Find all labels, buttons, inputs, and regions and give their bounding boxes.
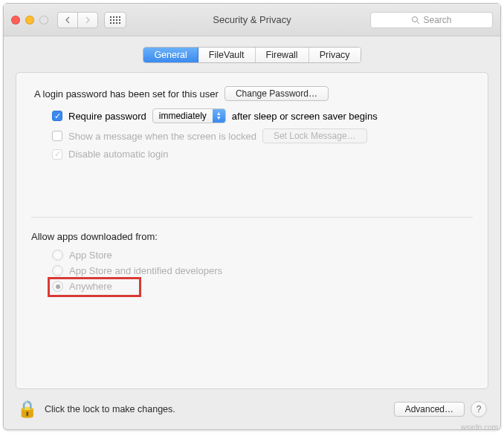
help-button[interactable]: ?	[471, 401, 487, 417]
zoom-window-button[interactable]	[39, 16, 48, 25]
tab-firewall[interactable]: Firewall	[256, 48, 309, 62]
lock-icon[interactable]: 🔒	[17, 400, 37, 419]
window-controls	[11, 16, 48, 25]
radio-app-store[interactable]	[52, 250, 63, 261]
login-password-section: A login password has been set for this u…	[31, 86, 473, 218]
require-password-label: Require password	[68, 111, 146, 122]
disable-auto-login-checkbox[interactable]: ✓	[52, 149, 62, 160]
watermark: wsxdn.com	[461, 423, 498, 432]
svg-point-0	[413, 16, 418, 22]
preferences-window: Security & Privacy Search General FileVa…	[3, 3, 501, 430]
allow-apps-radio-group: App Store App Store and identified devel…	[52, 250, 473, 292]
login-password-heading: A login password has been set for this u…	[34, 88, 219, 100]
tab-bar: General FileVault Firewall Privacy	[4, 36, 500, 72]
minimize-window-button[interactable]	[25, 16, 34, 25]
change-password-button[interactable]: Change Password…	[224, 86, 329, 101]
svg-line-1	[417, 22, 419, 24]
search-input[interactable]: Search	[370, 12, 493, 28]
set-lock-message-button[interactable]: Set Lock Message…	[262, 128, 367, 143]
after-sleep-label: after sleep or screen saver begins	[232, 111, 378, 122]
show-message-checkbox[interactable]	[52, 131, 62, 141]
grid-icon	[110, 16, 120, 24]
require-password-delay-select[interactable]: immediately ▲▼	[152, 108, 226, 123]
tab-filevault[interactable]: FileVault	[198, 48, 256, 62]
advanced-button[interactable]: Advanced…	[394, 402, 465, 417]
tab-general[interactable]: General	[143, 48, 198, 62]
show-all-button[interactable]	[104, 12, 126, 28]
show-message-label: Show a message when the screen is locked	[68, 131, 256, 142]
require-password-checkbox[interactable]: ✓	[52, 111, 62, 121]
search-icon	[411, 16, 420, 25]
close-window-button[interactable]	[11, 16, 20, 25]
titlebar: Security & Privacy Search	[4, 4, 500, 36]
radio-app-store-label: App Store	[69, 250, 112, 261]
lock-text: Click the lock to make changes.	[45, 404, 175, 414]
tabs: General FileVault Firewall Privacy	[143, 47, 361, 63]
require-password-delay-value: immediately	[153, 111, 213, 121]
forward-button[interactable]	[77, 12, 98, 28]
footer: 🔒 Click the lock to make changes. Advanc…	[4, 389, 500, 429]
search-placeholder: Search	[423, 15, 451, 25]
tab-privacy[interactable]: Privacy	[309, 48, 361, 62]
stepper-arrows-icon: ▲▼	[213, 109, 225, 123]
radio-identified-developers-label: App Store and identified developers	[69, 265, 222, 276]
nav-buttons	[57, 12, 98, 28]
allow-apps-section: Allow apps downloaded from: App Store Ap…	[31, 218, 473, 292]
radio-identified-developers[interactable]	[52, 265, 63, 276]
back-button[interactable]	[57, 12, 78, 28]
allow-apps-heading: Allow apps downloaded from:	[31, 231, 473, 242]
disable-auto-login-label: Disable automatic login	[68, 149, 168, 160]
content-panel: A login password has been set for this u…	[16, 72, 488, 389]
annotation-highlight: Anywhere	[48, 277, 141, 297]
